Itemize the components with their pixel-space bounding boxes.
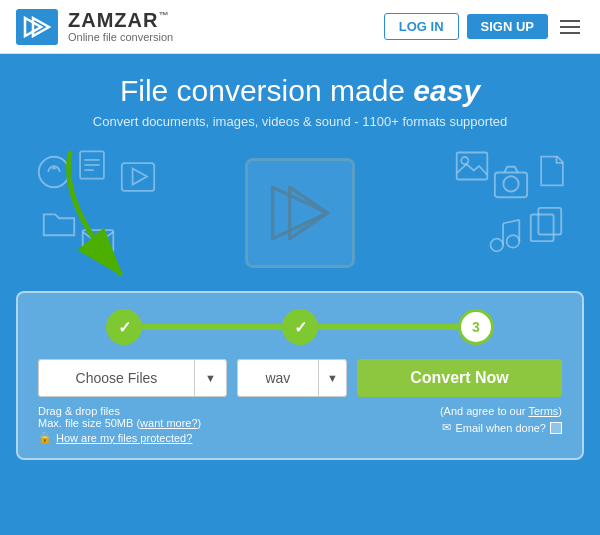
- sketch-icon-camera: [492, 163, 530, 201]
- signup-button[interactable]: SIGN UP: [467, 14, 548, 39]
- step-2: ✓: [282, 309, 318, 345]
- site-header: ZAMZAR™ Online file conversion LOG IN SI…: [0, 0, 600, 54]
- arrow-indicator: [40, 143, 200, 288]
- header-actions: LOG IN SIGN UP: [384, 13, 584, 40]
- format-group: wav ▼: [237, 359, 347, 397]
- max-size-label: Max. file size 50MB (want more?): [38, 417, 201, 429]
- drag-drop-label: Drag & drop files: [38, 405, 201, 417]
- hero-subtitle: Convert documents, images, videos & soun…: [20, 114, 580, 129]
- sketch-icon-copy: [527, 205, 565, 243]
- format-display: wav: [237, 359, 318, 397]
- lock-icon: 🔒: [38, 431, 52, 444]
- steps-row: ✓ ✓ 3: [38, 309, 562, 345]
- logo-text: ZAMZAR™ Online file conversion: [68, 9, 173, 43]
- svg-line-22: [503, 220, 519, 224]
- left-info: Drag & drop files Max. file size 50MB (w…: [38, 405, 201, 444]
- svg-point-15: [503, 176, 518, 191]
- terms-link[interactable]: Terms: [528, 405, 558, 417]
- logo-icon: [16, 9, 58, 45]
- logo-area: ZAMZAR™ Online file conversion: [16, 9, 173, 45]
- protection-row: 🔒 How are my files protected?: [38, 431, 201, 444]
- hero-visual: [20, 143, 580, 283]
- terms-row: (And agree to our Terms): [440, 405, 562, 417]
- controls-row: Choose Files ▼ wav ▼ Convert Now: [38, 359, 562, 397]
- hamburger-line: [560, 20, 580, 22]
- step-line-1: [142, 324, 282, 330]
- login-button[interactable]: LOG IN: [384, 13, 459, 40]
- sketch-icon-file: [534, 153, 570, 189]
- email-label: Email when done?: [455, 422, 546, 434]
- choose-files-dropdown[interactable]: ▼: [194, 359, 227, 397]
- protection-link[interactable]: How are my files protected?: [56, 432, 192, 444]
- svg-marker-11: [290, 187, 328, 238]
- hamburger-line: [560, 32, 580, 34]
- convert-now-button[interactable]: Convert Now: [357, 359, 562, 397]
- logo-tagline: Online file conversion: [68, 31, 173, 43]
- logo-brand-name: ZAMZAR™: [68, 9, 173, 31]
- email-icon: ✉: [442, 421, 451, 434]
- svg-point-19: [507, 235, 520, 248]
- format-dropdown[interactable]: ▼: [318, 359, 347, 397]
- want-more-link[interactable]: want more?: [140, 417, 197, 429]
- hero-title: File conversion made easy: [20, 74, 580, 108]
- email-checkbox[interactable]: [550, 422, 562, 434]
- sketch-icon-music: [486, 218, 522, 254]
- step-1: ✓: [106, 309, 142, 345]
- hamburger-menu[interactable]: [556, 16, 584, 38]
- step-line-2: [318, 324, 458, 330]
- step-3: 3: [458, 309, 494, 345]
- conversion-box: ✓ ✓ 3 Choose Files ▼ wav ▼ Convert Now D…: [16, 291, 584, 460]
- email-row: ✉ Email when done?: [440, 421, 562, 434]
- svg-rect-12: [457, 153, 488, 180]
- hamburger-line: [560, 26, 580, 28]
- svg-rect-17: [538, 208, 561, 235]
- choose-files-group: Choose Files ▼: [38, 359, 227, 397]
- bottom-info: Drag & drop files Max. file size 50MB (w…: [38, 405, 562, 444]
- hero-section: File conversion made easy Convert docume…: [0, 54, 600, 283]
- choose-files-button[interactable]: Choose Files: [38, 359, 194, 397]
- svg-rect-16: [531, 215, 554, 242]
- svg-point-18: [491, 239, 504, 252]
- center-play-icon: [245, 158, 355, 268]
- svg-point-13: [461, 157, 468, 164]
- right-info: (And agree to our Terms) ✉ Email when do…: [440, 405, 562, 434]
- sketch-icon-image: [454, 148, 490, 184]
